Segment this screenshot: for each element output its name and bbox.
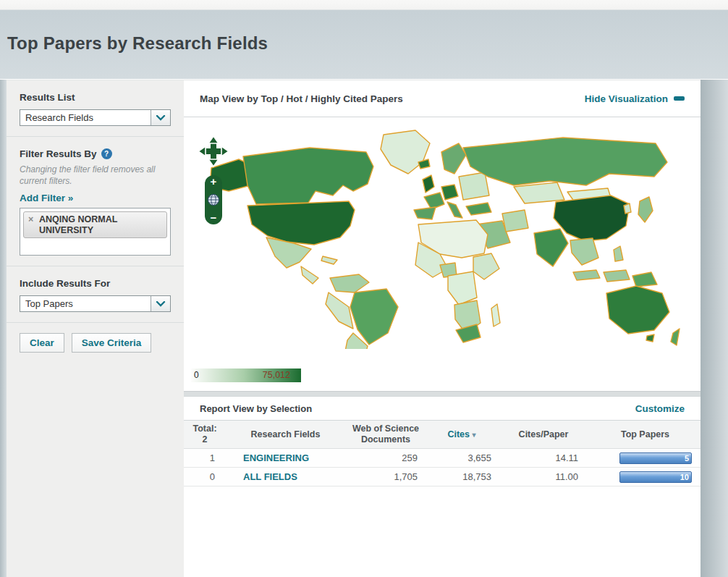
cites-label: Cites [447,429,470,439]
country-new-zealand [671,329,680,345]
country-usa [247,201,355,245]
empty-area [184,487,701,577]
documents-value: 1,705 [345,471,426,482]
country-tasmania [646,334,654,342]
documents-value: 259 [345,452,426,463]
country-indonesia-west [573,270,600,280]
research-field-link: ALL FIELDS [226,471,345,482]
cites-value: 3,655 [426,452,497,463]
cites-per-paper-value: 14.11 [497,452,590,463]
cites-per-paper-value: 11.00 [497,471,590,482]
top-papers-bar: 5 [619,452,692,464]
country-iran [502,210,528,232]
page-right-margin [701,80,728,577]
row-rank: 1 [184,452,226,463]
customize-link[interactable]: Customize [635,403,685,414]
save-criteria-button[interactable]: Save Criteria [72,333,152,353]
country-turkey [466,203,491,215]
world-choropleth-map[interactable] [201,125,682,349]
browser-top-strip [0,0,728,10]
pan-up-icon [208,136,219,143]
report-view-title: Report View by Selection [200,403,312,414]
country-kazakhstan [514,182,564,203]
region-east-africa [473,253,499,279]
results-list-select[interactable]: Research Fields [20,109,171,126]
country-germany [441,185,458,200]
zoom-control: + − [205,175,222,224]
report-table-header: Total: 2 Research Fields Web of Science … [184,421,701,449]
pan-right-icon [221,146,229,156]
main-panel: Map View by Top / Hot / Highly Cited Pap… [184,80,701,577]
country-canada [243,148,373,204]
country-south-africa [456,324,481,342]
title-band: Top Papers by Research Fields [0,10,728,79]
country-indonesia-east [604,270,630,282]
top-papers-cell: 5 [590,452,701,464]
country-russia [463,138,667,185]
row-rank: 0 [184,471,226,482]
total-count: 2 [185,434,224,445]
country-italy [447,202,462,218]
top-papers-value: 5 [685,454,689,463]
zoom-out-icon[interactable]: − [211,213,217,223]
content: Results List Research Fields Filter Resu… [0,80,728,577]
top-papers-cell: 10 [590,471,701,483]
table-row: 1 ENGINEERING 259 3,655 14.11 5 [184,449,701,468]
clear-button[interactable]: Clear [20,333,64,353]
include-results-selected-value: Top Papers [20,296,151,311]
country-korea [624,203,631,214]
page-title: Top Papers by Research Fields [7,33,728,54]
pan-down-icon [208,159,219,167]
filter-chip-label: ANQING NORMAL UNIVERSITY [39,214,117,235]
sidebar: Results List Research Fields Filter Resu… [7,80,184,577]
country-madagascar [491,304,500,327]
country-japan [638,197,653,222]
chevron-down-icon[interactable] [151,296,170,311]
research-field-link: ENGINEERING [226,452,345,463]
country-india [534,229,568,266]
add-filter-link[interactable]: Add Filter » [20,193,73,203]
filter-note: Changing the filter field removes all cu… [20,164,171,187]
filter-chip[interactable]: × ANQING NORMAL UNIVERSITY [23,211,167,238]
map-legend: 0 75,012 [191,368,301,382]
column-top-papers: Top Papers [590,426,701,443]
country-eastern-europe [459,172,489,200]
column-research-fields: Research Fields [226,426,345,443]
country-spain [414,207,436,219]
map-controls: + − [197,135,230,224]
top-papers-value: 10 [680,473,689,481]
chevron-down-icon[interactable] [151,110,170,125]
include-results-select[interactable]: Top Papers [20,295,171,312]
column-cites-sort[interactable]: Cites ▾ [426,426,497,443]
region-central-africa [448,271,477,305]
total-label: Total: [185,424,224,434]
report-view-header: Report View by Selection Customize [184,397,701,421]
zoom-in-icon[interactable]: + [211,177,217,187]
page: Top Papers by Research Fields Results Li… [0,0,728,577]
question-icon[interactable]: ? [101,148,112,159]
column-cites-per-paper: Cites/Paper [497,426,590,443]
minus-icon [674,96,685,101]
filter-section: Filter Results By ? Changing the filter … [7,136,184,266]
country-peru [326,292,353,329]
hide-visualization-link[interactable]: Hide Visualization [585,93,685,104]
section-divider [184,391,701,397]
globe-icon[interactable] [207,193,220,206]
region-southeast-asia [570,238,598,265]
country-france [424,193,444,209]
results-list-section: Results List Research Fields [7,80,184,136]
map-area: + − 0 75,012 [184,117,701,391]
results-list-label: Results List [20,92,171,103]
top-papers-bar: 10 [619,471,692,483]
include-results-section: Include Results For Top Papers [7,266,184,322]
remove-filter-icon[interactable]: × [28,214,33,224]
country-colombia [330,274,369,292]
legend-max-value: 75,012 [263,370,290,380]
pan-control[interactable] [197,135,230,168]
country-philippines [614,246,623,261]
hide-visualization-label: Hide Visualization [585,93,668,104]
map-view-title: Map View by Top / Hot / Highly Cited Pap… [200,93,403,104]
country-central-america [301,266,318,284]
cites-value: 18,753 [426,471,497,482]
page-left-margin [0,80,7,577]
